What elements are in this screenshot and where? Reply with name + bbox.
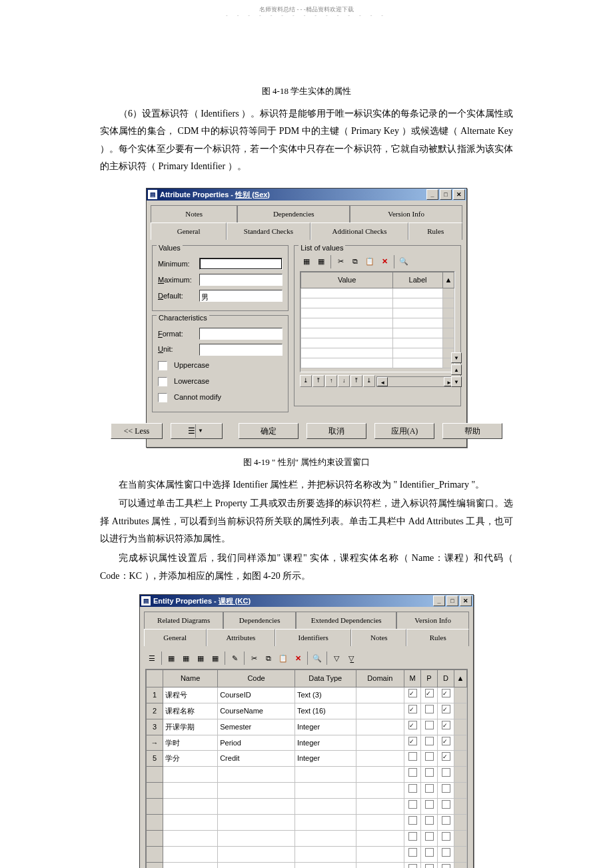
tab-dependencies[interactable]: Dependencies bbox=[223, 612, 296, 629]
tab-dependencies[interactable]: Dependencies bbox=[237, 205, 350, 222]
menu-button[interactable]: ☰▼ bbox=[171, 423, 223, 439]
col-domain[interactable]: Domain bbox=[356, 670, 404, 687]
col-datatype[interactable]: Data Type bbox=[295, 670, 356, 687]
scroll-bottom-icon[interactable]: ▼ bbox=[451, 376, 462, 387]
table-row[interactable] bbox=[147, 783, 467, 799]
table-row[interactable]: →学时PeriodInteger bbox=[147, 735, 467, 751]
insert-icon[interactable]: ▦ bbox=[165, 651, 178, 665]
copy-icon[interactable]: ⧉ bbox=[348, 255, 362, 268]
tab-extended-dependencies[interactable]: Extended Dependencies bbox=[296, 612, 396, 629]
scroll-left-icon[interactable]: ◄ bbox=[377, 377, 388, 386]
delete-icon[interactable]: ✕ bbox=[378, 255, 391, 268]
standard-checks-panel: Minimum: Maximum: Default: 男 bbox=[147, 240, 466, 416]
addy-icon[interactable]: ▦ bbox=[209, 651, 222, 665]
col-value[interactable]: Value bbox=[301, 272, 393, 288]
less-button[interactable]: << Less bbox=[111, 423, 163, 439]
figure-4-19-caption: 图 4-19 " 性别" 属性约束设置窗口 bbox=[100, 454, 513, 471]
addx-icon[interactable]: ▦ bbox=[194, 651, 207, 665]
tab-rules[interactable]: Rules bbox=[408, 222, 462, 240]
sort-btn-3[interactable]: ↑ bbox=[325, 375, 337, 387]
maximize-button[interactable]: □ bbox=[446, 596, 458, 606]
add-row-icon[interactable]: ▦ bbox=[314, 255, 328, 268]
cut-icon[interactable]: ✂ bbox=[247, 651, 261, 665]
close-button[interactable]: ✕ bbox=[460, 596, 472, 606]
col-p[interactable]: P bbox=[421, 670, 438, 687]
help-button[interactable]: 帮助 bbox=[442, 423, 502, 439]
unit-input[interactable] bbox=[199, 344, 283, 356]
table-row[interactable]: 2课程名称CourseNameText (16) bbox=[147, 703, 467, 719]
paste-icon[interactable]: 📋 bbox=[277, 651, 290, 665]
add-icon[interactable]: ▦ bbox=[179, 651, 193, 665]
cut-icon[interactable]: ✂ bbox=[334, 255, 347, 268]
table-row[interactable]: 3开课学期SemesterInteger bbox=[147, 719, 467, 735]
sort-btn-2[interactable]: ⤒ bbox=[312, 375, 324, 387]
lowercase-checkbox[interactable] bbox=[158, 377, 167, 386]
maximum-input[interactable] bbox=[199, 274, 283, 286]
find-icon[interactable]: 🔍 bbox=[310, 651, 324, 665]
tab-identifiers[interactable]: Identifiers bbox=[275, 629, 351, 646]
table-row[interactable] bbox=[147, 846, 467, 862]
tab-attributes[interactable]: Attributes bbox=[207, 629, 276, 646]
tab-notes[interactable]: Notes bbox=[151, 205, 237, 222]
minimum-input[interactable] bbox=[199, 258, 283, 270]
scroll-down-icon[interactable]: ▼ bbox=[451, 352, 462, 363]
paste-icon[interactable]: 📋 bbox=[363, 255, 376, 268]
table-row[interactable]: 1课程号CourseIDText (3) bbox=[147, 687, 467, 703]
sort-btn-1[interactable]: ⤓ bbox=[300, 375, 312, 387]
sort-btn-4[interactable]: ↓ bbox=[338, 375, 350, 387]
tab-notes[interactable]: Notes bbox=[351, 629, 406, 646]
sort-btn-6[interactable]: ⤓ bbox=[363, 375, 375, 387]
characteristics-group: Format: Unit: Uppercase Lowercase Cannot… bbox=[152, 315, 289, 412]
tab-general[interactable]: General bbox=[151, 222, 227, 240]
dialog-buttons: << Less ☰▼ 确定 取消 应用(A) 帮助 bbox=[147, 416, 466, 447]
tab-version-info[interactable]: Version Info bbox=[396, 612, 469, 629]
properties-icon[interactable]: ☰ bbox=[145, 651, 159, 665]
table-row[interactable] bbox=[147, 815, 467, 831]
table-row[interactable] bbox=[147, 862, 467, 868]
delete-icon[interactable]: ✕ bbox=[291, 651, 305, 665]
minimize-button[interactable]: _ bbox=[433, 596, 445, 606]
copy-icon[interactable]: ⧉ bbox=[262, 651, 275, 665]
col-d[interactable]: D bbox=[438, 670, 454, 687]
tab-related-diagrams[interactable]: Related Diagrams bbox=[144, 612, 223, 629]
sort-btn-5[interactable]: ⤒ bbox=[350, 375, 362, 387]
tab-standard-checks[interactable]: Standard Checks bbox=[227, 222, 310, 240]
find-icon[interactable]: 🔍 bbox=[397, 255, 410, 268]
table-row[interactable]: 5学分CreditInteger bbox=[147, 751, 467, 767]
values-grid[interactable]: ValueLabel▲ bbox=[300, 271, 455, 372]
table-row[interactable] bbox=[147, 767, 467, 783]
titlebar[interactable]: ▤ Attribute Properties - 性别 (Sex) _ □ ✕ bbox=[147, 189, 466, 201]
paragraph-2b: 可以通过单击工具栏上 Property 工具或双击所要选择的标识符栏，进入标识符… bbox=[100, 495, 513, 548]
tab-general[interactable]: General bbox=[144, 629, 207, 646]
table-row[interactable] bbox=[147, 830, 467, 846]
cannot-modify-label: Cannot modify bbox=[174, 390, 221, 404]
col-name[interactable]: Name bbox=[163, 670, 218, 687]
minimize-button[interactable]: _ bbox=[426, 189, 438, 200]
col-m[interactable]: M bbox=[404, 670, 421, 687]
uppercase-checkbox[interactable] bbox=[158, 361, 167, 370]
tab-version-info[interactable]: Version Info bbox=[350, 205, 462, 222]
filter-icon[interactable]: ▽ bbox=[330, 651, 343, 665]
format-input[interactable] bbox=[199, 328, 283, 340]
ok-button[interactable]: 确定 bbox=[239, 423, 299, 439]
default-input[interactable]: 男 bbox=[199, 290, 283, 302]
attributes-grid[interactable]: Name Code Data Type Domain M P D ▲ 1课程号C… bbox=[145, 669, 468, 868]
close-button[interactable]: ✕ bbox=[453, 189, 465, 200]
insert-row-icon[interactable]: ▦ bbox=[300, 255, 313, 268]
tab-rules[interactable]: Rules bbox=[406, 629, 469, 646]
col-label[interactable]: Label bbox=[393, 272, 443, 288]
cancel-button[interactable]: 取消 bbox=[306, 423, 366, 439]
scroll-top-icon[interactable]: ▲ bbox=[451, 364, 462, 375]
tab-additional-checks[interactable]: Additional Checks bbox=[310, 222, 409, 240]
page-header: 名师资料总结 - - -精品资料欢迎下载 bbox=[0, 0, 613, 14]
maximum-label: Maximum: bbox=[158, 273, 195, 287]
table-row[interactable] bbox=[147, 799, 467, 815]
maximize-button[interactable]: □ bbox=[440, 189, 452, 200]
titlebar[interactable]: ▤ Entity Properties - 课程 (KC) _ □ ✕ bbox=[140, 595, 473, 607]
unit-label: Unit: bbox=[158, 342, 195, 356]
cannot-modify-checkbox[interactable] bbox=[158, 393, 167, 402]
customize-icon[interactable]: ▽̲ bbox=[344, 651, 358, 665]
col-code[interactable]: Code bbox=[218, 670, 295, 687]
apply-button[interactable]: 应用(A) bbox=[374, 423, 434, 439]
wand-icon[interactable]: ✎ bbox=[228, 651, 241, 665]
